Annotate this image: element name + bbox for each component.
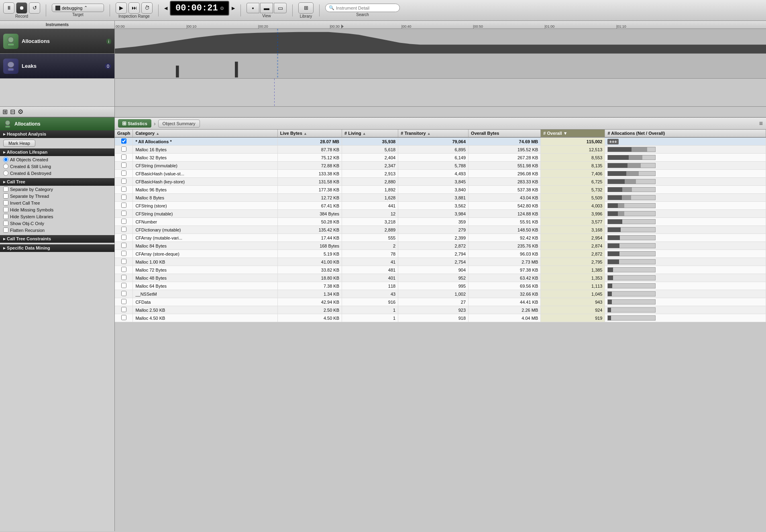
row-checkbox[interactable] xyxy=(121,179,126,184)
table-row[interactable]: CFString (store)67.41 KB4413,562542.80 K… xyxy=(115,202,766,210)
row-checkbox-cell[interactable] xyxy=(115,170,133,178)
target-select[interactable]: debugging ⌃ xyxy=(52,4,104,12)
created-destroyed-radio[interactable]: Created & Destroyed xyxy=(0,170,114,177)
table-row[interactable]: Malloc 32 Bytes75.12 KB2,4046,149267.28 … xyxy=(115,154,766,162)
row-checkbox[interactable] xyxy=(121,267,126,272)
search-box[interactable]: 🔍 xyxy=(325,4,400,12)
row-checkbox[interactable] xyxy=(121,315,126,320)
row-checkbox-cell[interactable] xyxy=(115,202,133,210)
table-row[interactable]: Malloc 4.50 KB4.50 KB19184.04 MB919 xyxy=(115,314,766,322)
row-checkbox[interactable] xyxy=(121,299,126,304)
mark-heap-button[interactable]: Mark Heap xyxy=(3,140,35,147)
table-row[interactable]: CFString (immutable)72.88 KB2,3475,78855… xyxy=(115,162,766,170)
play-button[interactable]: ▶ xyxy=(116,2,127,14)
row-checkbox-cell[interactable] xyxy=(115,210,133,218)
hide-missing-input[interactable] xyxy=(3,207,8,212)
table-row[interactable]: Malloc 8 Bytes12.72 KB1,6283,88143.04 KB… xyxy=(115,194,766,202)
separate-thread-check[interactable]: Separate by Thread xyxy=(0,193,114,199)
table-row[interactable]: CFNumber50.28 KB3,21835955.91 KB3,577 xyxy=(115,218,766,226)
reload-button[interactable]: ↺ xyxy=(29,2,40,14)
timer-nav-left[interactable]: ◀ xyxy=(164,6,167,11)
call-tree-constraints-header[interactable]: ▸ Call Tree Constraints xyxy=(0,235,114,243)
view-btn-1[interactable]: ▪ xyxy=(247,3,259,13)
heapshot-header[interactable]: ▸ Heapshot Analysis xyxy=(0,130,114,138)
statistics-tab[interactable]: ⊞ Statistics xyxy=(118,119,151,128)
row-checkbox-cell[interactable] xyxy=(115,154,133,162)
row-checkbox-cell[interactable] xyxy=(115,178,133,186)
row-checkbox-cell[interactable] xyxy=(115,314,133,322)
pause-button[interactable]: ⏸ xyxy=(3,2,14,14)
step-over-button[interactable]: ⏭ xyxy=(128,2,140,14)
invert-call-tree-input[interactable] xyxy=(3,200,8,205)
table-row[interactable]: CFArray (store-deque)5.19 KB782,79496.03… xyxy=(115,250,766,258)
object-summary-tab[interactable]: Object Summary xyxy=(158,120,200,128)
row-checkbox-cell[interactable] xyxy=(115,274,133,282)
col-live-bytes[interactable]: Live Bytes ▲ xyxy=(277,130,342,137)
show-objc-check[interactable]: Show Obj-C Only xyxy=(0,220,114,227)
row-checkbox[interactable] xyxy=(121,211,126,216)
add-instrument-icon[interactable]: ⊞ xyxy=(2,108,8,116)
hide-missing-check[interactable]: Hide Missing Symbols xyxy=(0,206,114,213)
row-checkbox[interactable] xyxy=(121,259,126,264)
row-checkbox-cell[interactable] xyxy=(115,218,133,226)
row-checkbox[interactable] xyxy=(121,275,126,280)
table-row[interactable]: CFString (mutable)384 Bytes123,984124.88… xyxy=(115,210,766,218)
hide-system-input[interactable] xyxy=(3,214,8,219)
library-button[interactable]: ⊞ xyxy=(298,2,314,14)
table-row[interactable]: CFArray (mutable-vari...17.44 KB5552,399… xyxy=(115,234,766,242)
flatten-recursion-input[interactable] xyxy=(3,227,8,233)
search-input[interactable] xyxy=(336,6,396,10)
all-objects-input[interactable] xyxy=(3,157,8,162)
col-transitory[interactable]: # Transitory ▲ xyxy=(398,130,469,137)
col-living[interactable]: # Living ▲ xyxy=(342,130,398,137)
table-row[interactable]: CFData42.94 KB9162744.41 KB943 xyxy=(115,298,766,306)
row-checkbox[interactable] xyxy=(121,138,126,144)
row-checkbox-cell[interactable] xyxy=(115,290,133,298)
hide-system-check[interactable]: Hide System Libraries xyxy=(0,213,114,220)
table-row[interactable]: CFBasicHash (value-st...133.38 KB2,9134,… xyxy=(115,170,766,178)
inspect-button[interactable]: ⏱ xyxy=(141,2,153,14)
all-objects-radio[interactable]: All Objects Created xyxy=(0,156,114,163)
row-checkbox-cell[interactable] xyxy=(115,250,133,258)
table-row[interactable]: Malloc 2.50 KB2.50 KB19232.26 MB924 xyxy=(115,306,766,314)
flatten-recursion-check[interactable]: Flatten Recursion xyxy=(0,227,114,234)
table-row[interactable]: Malloc 16 Bytes87.78 KB5,6186,895195.52 … xyxy=(115,146,766,154)
row-checkbox[interactable] xyxy=(121,227,126,232)
table-row[interactable]: Malloc 64 Bytes7.38 KB11899569.56 KB1,11… xyxy=(115,282,766,290)
record-button[interactable]: ⏺ xyxy=(16,2,27,14)
separate-category-check[interactable]: Separate by Category xyxy=(0,186,114,193)
table-row[interactable]: Malloc 48 Bytes18.80 KB40195263.42 KB1,3… xyxy=(115,274,766,282)
row-checkbox-cell[interactable] xyxy=(115,266,133,274)
row-checkbox-cell[interactable] xyxy=(115,162,133,170)
table-row[interactable]: CFBasicHash (key-store)131.58 KB2,8803,8… xyxy=(115,178,766,186)
row-checkbox[interactable] xyxy=(121,154,126,160)
invert-call-tree-check[interactable]: Invert Call Tree xyxy=(0,199,114,206)
col-graph[interactable]: Graph xyxy=(115,130,133,137)
table-row[interactable]: __NSSetM1.34 KB431,00232.66 KB1,045 xyxy=(115,290,766,298)
row-checkbox-cell[interactable] xyxy=(115,194,133,202)
table-row[interactable]: CFDictionary (mutable)135.42 KB2,8892791… xyxy=(115,226,766,234)
col-overall[interactable]: # Overall ▼ xyxy=(541,130,605,137)
row-checkbox[interactable] xyxy=(121,195,126,200)
table-row[interactable]: Malloc 72 Bytes33.82 KB48190497.38 KB1,3… xyxy=(115,266,766,274)
separate-thread-input[interactable] xyxy=(3,193,8,199)
row-checkbox[interactable] xyxy=(121,283,126,288)
table-row[interactable]: Malloc 1.00 KB41.00 KB412,7542.73 MB2,79… xyxy=(115,258,766,266)
view-btn-3[interactable]: ▭ xyxy=(274,3,287,13)
row-checkbox[interactable] xyxy=(121,307,126,312)
row-checkbox-cell[interactable] xyxy=(115,258,133,266)
created-destroyed-input[interactable] xyxy=(3,171,8,176)
row-checkbox-cell[interactable] xyxy=(115,306,133,314)
row-checkbox[interactable] xyxy=(121,243,126,248)
remove-instrument-icon[interactable]: ⊟ xyxy=(10,108,15,116)
row-checkbox[interactable] xyxy=(121,171,126,176)
row-checkbox-cell[interactable] xyxy=(115,137,133,146)
call-tree-header[interactable]: ▸ Call Tree xyxy=(0,178,114,186)
created-living-radio[interactable]: Created & Still Living xyxy=(0,163,114,170)
settings-instrument-icon[interactable]: ⚙ xyxy=(18,108,23,116)
separate-category-input[interactable] xyxy=(3,187,8,192)
created-living-input[interactable] xyxy=(3,164,8,169)
lifespan-header[interactable]: ▸ Allocation Lifespan xyxy=(0,148,114,156)
table-row[interactable]: Malloc 96 Bytes177.38 KB1,8923,840537.38… xyxy=(115,186,766,194)
row-checkbox[interactable] xyxy=(121,187,126,192)
